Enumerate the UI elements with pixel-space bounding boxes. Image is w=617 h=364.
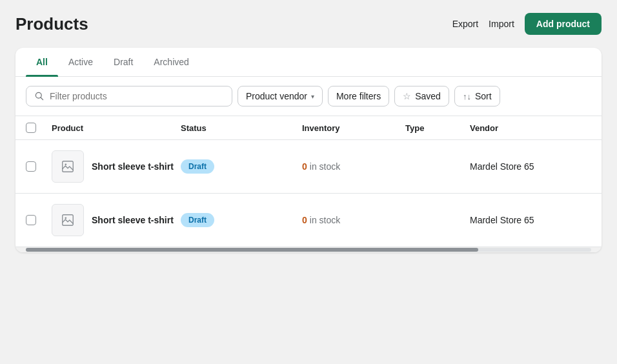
tabs-bar: All Active Draft Archived <box>15 48 602 77</box>
status-badge-2: Draft <box>181 213 214 227</box>
vendor-cell-2: Mardel Store 65 <box>470 215 591 225</box>
svg-point-3 <box>65 163 66 165</box>
import-button[interactable]: Import <box>489 19 514 29</box>
saved-button[interactable]: ☆ Saved <box>394 86 449 106</box>
row-checkbox-1[interactable] <box>26 161 36 172</box>
more-filters-label: More filters <box>336 91 381 101</box>
table-row: Short sleeve t-shirt Draft 0 in stock Ma… <box>15 194 602 247</box>
status-badge-1: Draft <box>181 159 214 174</box>
vendor-filter-label: Product vendor <box>246 91 307 101</box>
products-card: All Active Draft Archived Product vendor… <box>15 48 602 252</box>
tab-active[interactable]: Active <box>58 48 103 76</box>
inventory-cell-1: 0 in stock <box>302 161 405 172</box>
star-icon: ☆ <box>403 91 411 101</box>
col-product: Product <box>52 123 181 133</box>
product-name-2: Short sleeve t-shirt <box>92 215 174 225</box>
row-checkbox-2[interactable] <box>26 215 36 225</box>
col-status: Status <box>181 123 302 133</box>
sort-icon: ↑↓ <box>463 92 471 101</box>
tab-all[interactable]: All <box>26 48 58 76</box>
table-row: Short sleeve t-shirt Draft 0 in stock Ma… <box>15 140 602 194</box>
svg-line-1 <box>41 97 43 100</box>
status-cell-1: Draft <box>181 159 302 174</box>
product-thumbnail-1 <box>52 150 84 183</box>
search-input[interactable] <box>50 91 224 101</box>
product-thumbnail-2 <box>52 204 84 236</box>
image-placeholder-icon <box>61 213 75 227</box>
product-cell-2: Short sleeve t-shirt <box>52 204 181 236</box>
vendor-cell-1: Mardel Store 65 <box>470 161 591 172</box>
sort-button[interactable]: ↑↓ Sort <box>454 86 500 106</box>
status-cell-2: Draft <box>181 213 302 227</box>
product-vendor-filter[interactable]: Product vendor ▾ <box>238 86 323 106</box>
chevron-down-icon: ▾ <box>311 93 314 100</box>
product-cell-1: Short sleeve t-shirt <box>52 150 181 183</box>
scrollbar-track <box>26 248 591 252</box>
product-name-1: Short sleeve t-shirt <box>92 161 174 172</box>
inventory-count-2: 0 <box>302 215 307 225</box>
scrollbar-area[interactable] <box>15 247 602 252</box>
filters-row: Product vendor ▾ More filters ☆ Saved ↑↓… <box>15 77 602 116</box>
search-box <box>26 86 232 106</box>
table-header: Product Status Inventory Type Vendor <box>15 116 602 140</box>
inventory-label-2: in stock <box>310 215 340 225</box>
svg-point-5 <box>65 217 66 219</box>
col-vendor: Vendor <box>470 123 591 133</box>
search-icon <box>34 91 45 101</box>
more-filters-button[interactable]: More filters <box>328 86 389 106</box>
col-inventory: Inventory <box>302 123 405 133</box>
tab-draft[interactable]: Draft <box>103 48 143 76</box>
image-placeholder-icon <box>61 159 75 174</box>
scrollbar-thumb <box>26 248 478 252</box>
saved-label: Saved <box>415 91 441 101</box>
inventory-cell-2: 0 in stock <box>302 215 405 225</box>
inventory-label-1: in stock <box>310 161 340 172</box>
col-type: Type <box>405 123 470 133</box>
header-actions: Export Import Add product <box>452 13 602 35</box>
select-all-checkbox[interactable] <box>26 123 36 133</box>
add-product-button[interactable]: Add product <box>525 13 602 35</box>
export-button[interactable]: Export <box>452 19 478 29</box>
tab-archived[interactable]: Archived <box>143 48 199 76</box>
svg-rect-2 <box>63 161 74 172</box>
inventory-count-1: 0 <box>302 161 307 172</box>
sort-label: Sort <box>475 91 492 101</box>
page-title: Products <box>15 14 88 34</box>
page-header: Products Export Import Add product <box>15 13 602 35</box>
svg-rect-4 <box>63 215 74 226</box>
